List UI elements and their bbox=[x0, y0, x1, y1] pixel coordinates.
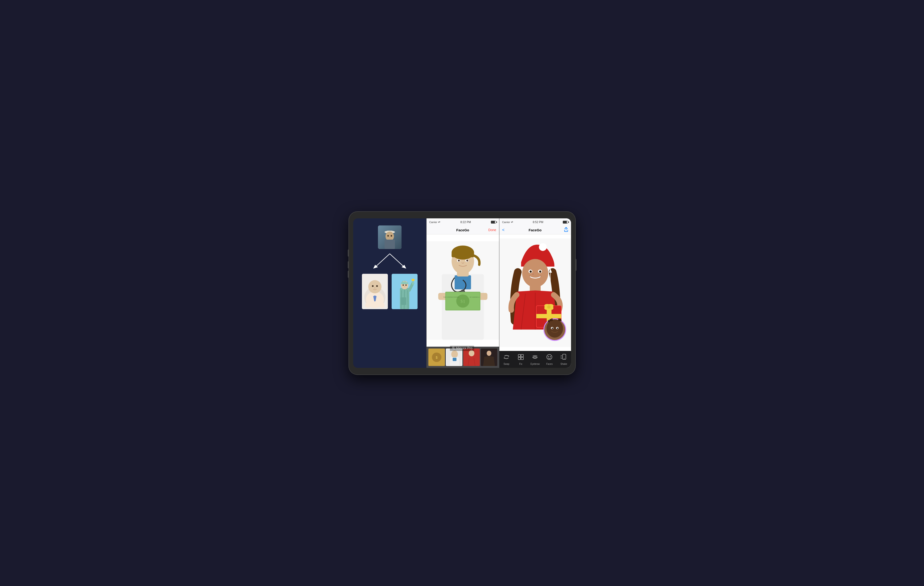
left-panel bbox=[353, 218, 426, 368]
svg-marker-101 bbox=[508, 355, 509, 357]
right-status-left: Carrier ⇌ bbox=[502, 221, 513, 224]
svg-point-81 bbox=[539, 271, 541, 272]
fix-icon bbox=[518, 354, 524, 362]
middle-phone: Carrier ⇌ 8:22 PM FaceGo Done bbox=[426, 218, 499, 368]
svg-rect-106 bbox=[521, 357, 523, 360]
svg-point-19 bbox=[368, 280, 381, 293]
svg-point-107 bbox=[534, 357, 536, 358]
source-photo[interactable] bbox=[378, 225, 401, 249]
svg-line-11 bbox=[390, 254, 404, 267]
svg-point-82 bbox=[532, 274, 534, 274]
eyebrow-icon bbox=[532, 354, 538, 362]
svg-point-109 bbox=[548, 356, 549, 357]
fix-label: Fix bbox=[519, 363, 522, 365]
toolbar-faces[interactable]: Faces bbox=[543, 354, 556, 365]
svg-text:$: $ bbox=[436, 356, 437, 359]
shake-icon bbox=[561, 354, 567, 362]
middle-app-title: FaceGo bbox=[456, 228, 469, 232]
right-nav-bar: < FaceGo bbox=[499, 226, 571, 234]
watermark: 号 Mieuxx Pro bbox=[450, 347, 474, 351]
middle-nav-bar: FaceGo Done bbox=[427, 226, 499, 234]
shake-label: Shake bbox=[561, 363, 567, 365]
svg-rect-105 bbox=[518, 357, 521, 360]
svg-text:THE UNITED STATES: THE UNITED STATES bbox=[443, 296, 459, 298]
svg-rect-104 bbox=[521, 355, 523, 357]
svg-point-110 bbox=[550, 356, 551, 357]
right-main-image bbox=[499, 234, 571, 351]
right-carrier-label: Carrier bbox=[502, 221, 510, 224]
svg-point-112 bbox=[564, 358, 565, 359]
faces-icon bbox=[546, 354, 553, 362]
arrows-container bbox=[366, 253, 413, 271]
svg-point-40 bbox=[404, 287, 405, 287]
svg-point-76 bbox=[539, 243, 546, 251]
svg-text:OF AMERICA: OF AMERICA bbox=[469, 296, 479, 298]
battery-fill bbox=[491, 221, 495, 223]
svg-point-108 bbox=[547, 355, 552, 360]
svg-rect-37 bbox=[401, 282, 408, 284]
svg-point-32 bbox=[411, 279, 415, 281]
middle-main-image: $1 THE UNITED STATES OF AMERICA bbox=[427, 234, 499, 347]
svg-point-20 bbox=[372, 285, 373, 287]
baby-result-photo[interactable] bbox=[362, 274, 388, 309]
back-button[interactable]: < bbox=[502, 228, 505, 233]
toolbar-eyebrow[interactable]: Eyebrow bbox=[529, 354, 541, 365]
svg-point-65 bbox=[451, 350, 458, 358]
tablet-screen: Carrier ⇌ 8:22 PM FaceGo Done bbox=[353, 218, 571, 368]
svg-point-22 bbox=[375, 287, 375, 288]
right-status-right bbox=[563, 221, 568, 224]
svg-point-7 bbox=[391, 235, 392, 236]
right-status-bar: Carrier ⇌ 8:52 PM bbox=[499, 218, 571, 226]
svg-text:$1: $1 bbox=[460, 298, 465, 304]
svg-marker-102 bbox=[503, 357, 505, 359]
svg-rect-43 bbox=[455, 275, 471, 289]
thumbnail-3[interactable] bbox=[463, 348, 480, 366]
svg-rect-29 bbox=[401, 297, 406, 305]
right-battery-icon bbox=[563, 221, 568, 224]
toolbar-swap[interactable]: Swap bbox=[500, 354, 513, 365]
faces-label: Faces bbox=[546, 363, 553, 365]
svg-point-51 bbox=[458, 259, 460, 261]
battery-icon bbox=[491, 221, 496, 224]
svg-line-9 bbox=[376, 254, 390, 267]
time-label: 8:22 PM bbox=[460, 221, 471, 224]
svg-point-92 bbox=[547, 305, 551, 309]
statue-result-photo[interactable] bbox=[392, 274, 417, 309]
eyebrow-label: Eyebrow bbox=[530, 363, 540, 365]
svg-point-100 bbox=[557, 328, 558, 329]
bottom-toolbar: Swap Fix bbox=[499, 351, 571, 368]
status-right bbox=[491, 221, 496, 224]
svg-point-80 bbox=[530, 271, 532, 272]
swap-icon bbox=[503, 354, 510, 362]
thumbnail-1[interactable]: $ bbox=[428, 348, 445, 366]
thumbnail-4[interactable] bbox=[481, 348, 497, 366]
toolbar-shake[interactable]: Shake bbox=[558, 354, 570, 365]
svg-rect-5 bbox=[384, 239, 395, 249]
svg-rect-48 bbox=[452, 253, 474, 257]
toolbar-fix[interactable]: Fix bbox=[514, 354, 527, 365]
result-photos bbox=[362, 274, 417, 309]
thumbnail-bar: $ bbox=[427, 347, 499, 368]
svg-point-52 bbox=[466, 259, 468, 261]
svg-point-99 bbox=[552, 328, 553, 329]
svg-point-77 bbox=[522, 259, 548, 287]
svg-point-8 bbox=[389, 237, 390, 238]
status-left: Carrier ⇌ bbox=[429, 221, 441, 224]
swap-label: Swap bbox=[503, 363, 509, 365]
thumbnail-2[interactable] bbox=[446, 348, 462, 366]
svg-point-21 bbox=[376, 285, 378, 287]
tablet-frame: Carrier ⇌ 8:22 PM FaceGo Done bbox=[349, 212, 575, 375]
svg-point-73 bbox=[487, 351, 491, 356]
right-battery-fill bbox=[563, 221, 567, 223]
svg-point-6 bbox=[388, 235, 389, 236]
done-button[interactable]: Done bbox=[488, 228, 496, 232]
svg-point-39 bbox=[405, 284, 406, 286]
wifi-icon: ⇌ bbox=[438, 221, 440, 224]
svg-point-69 bbox=[469, 350, 474, 356]
svg-point-38 bbox=[403, 284, 404, 286]
share-button[interactable] bbox=[564, 227, 568, 233]
right-phone: Carrier ⇌ 8:52 PM < FaceGo bbox=[499, 218, 571, 368]
middle-status-bar: Carrier ⇌ 8:22 PM bbox=[427, 218, 499, 226]
carrier-label: Carrier bbox=[429, 221, 437, 224]
right-app-title: FaceGo bbox=[529, 228, 541, 232]
